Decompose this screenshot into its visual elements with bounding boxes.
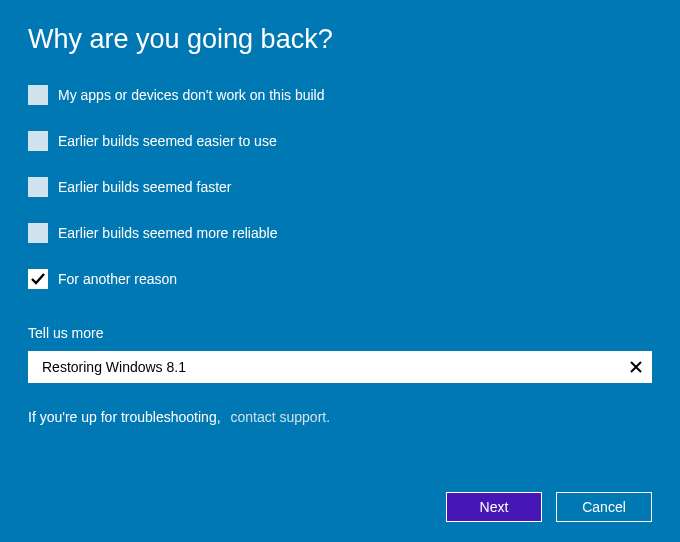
checkbox-checked-icon <box>28 269 48 289</box>
checkbox-icon <box>28 131 48 151</box>
checkbox-icon <box>28 223 48 243</box>
reason-option-faster[interactable]: Earlier builds seemed faster <box>28 177 652 197</box>
reason-label: For another reason <box>58 271 177 287</box>
reason-label: Earlier builds seemed easier to use <box>58 133 277 149</box>
tell-more-input[interactable] <box>28 351 652 383</box>
checkbox-icon <box>28 85 48 105</box>
tell-more-label: Tell us more <box>28 325 652 341</box>
reason-option-another[interactable]: For another reason <box>28 269 652 289</box>
checkbox-icon <box>28 177 48 197</box>
troubleshoot-prefix: If you're up for troubleshooting, <box>28 409 221 425</box>
rollback-feedback-page: Why are you going back? My apps or devic… <box>0 0 680 449</box>
reason-option-reliable[interactable]: Earlier builds seemed more reliable <box>28 223 652 243</box>
close-icon <box>629 360 643 374</box>
reason-checklist: My apps or devices don't work on this bu… <box>28 85 652 289</box>
troubleshoot-text: If you're up for troubleshooting, contac… <box>28 409 652 425</box>
reason-option-apps-devices[interactable]: My apps or devices don't work on this bu… <box>28 85 652 105</box>
contact-support-link[interactable]: contact support. <box>230 409 330 425</box>
page-title: Why are you going back? <box>28 24 652 55</box>
footer-buttons: Next Cancel <box>446 492 652 522</box>
reason-option-easier[interactable]: Earlier builds seemed easier to use <box>28 131 652 151</box>
reason-label: Earlier builds seemed faster <box>58 179 232 195</box>
next-button[interactable]: Next <box>446 492 542 522</box>
reason-label: Earlier builds seemed more reliable <box>58 225 277 241</box>
reason-label: My apps or devices don't work on this bu… <box>58 87 324 103</box>
tell-more-input-wrap <box>28 351 652 383</box>
clear-input-button[interactable] <box>620 351 652 383</box>
cancel-button[interactable]: Cancel <box>556 492 652 522</box>
